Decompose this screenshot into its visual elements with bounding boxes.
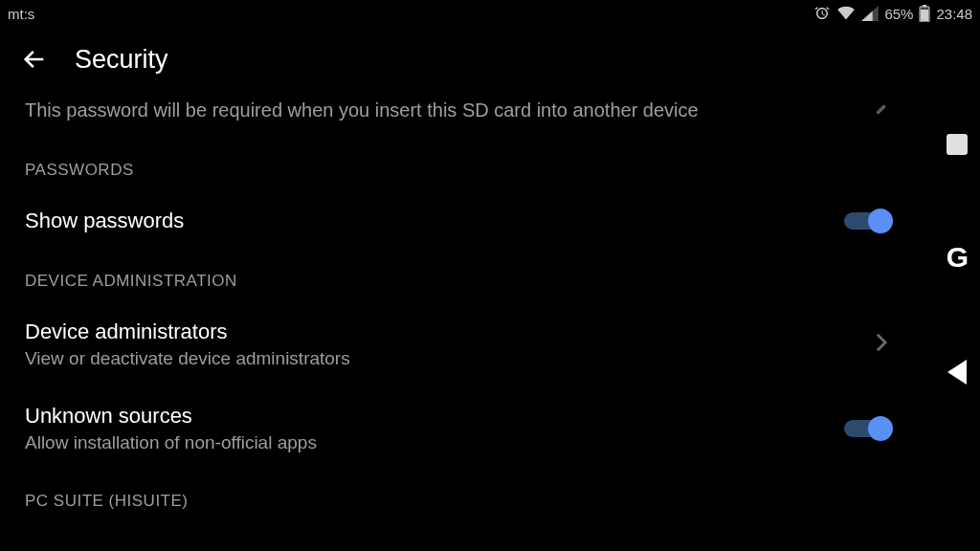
unknown-sources-row[interactable]: Unknown sources Allow installation of no… [25, 386, 894, 471]
device-administrators-row[interactable]: Device administrators View or deactivate… [25, 302, 894, 386]
unknown-sources-title: Unknown sources [25, 404, 317, 429]
show-passwords-title: Show passwords [25, 209, 184, 233]
recents-button[interactable] [947, 134, 968, 155]
show-passwords-row[interactable]: Show passwords [25, 191, 894, 251]
section-device-admin-header: DEVICE ADMINISTRATION [25, 251, 894, 302]
show-passwords-toggle[interactable] [844, 209, 890, 232]
wifi-icon [836, 6, 856, 21]
chevron-right-icon [875, 332, 894, 357]
clock-time: 23:48 [936, 6, 972, 22]
signal-icon [861, 6, 879, 21]
battery-percent: 65% [884, 6, 913, 22]
back-button[interactable] [21, 46, 48, 73]
section-passwords-header: PASSWORDS [25, 140, 894, 191]
system-nav-buttons: G [947, 134, 969, 385]
edit-icon [875, 100, 894, 120]
page-title: Security [75, 45, 168, 75]
unknown-sources-subtitle: Allow installation of non-official apps [25, 432, 317, 453]
device-admins-title: Device administrators [25, 320, 350, 344]
status-bar: mt:s 65% 23:48 [0, 0, 980, 27]
status-right: 65% 23:48 [813, 5, 972, 22]
settings-content: This password will be required when you … [0, 92, 919, 522]
battery-icon [919, 5, 930, 22]
section-pc-suite-header: PC SUITE (HISUITE) [25, 471, 894, 522]
google-button[interactable]: G [947, 241, 969, 274]
back-nav-button[interactable] [947, 360, 967, 385]
sd-card-description: This password will be required when you … [25, 98, 699, 122]
carrier-label: mt:s [8, 6, 34, 22]
app-bar: Security [0, 27, 980, 92]
alarm-icon [813, 5, 831, 22]
unknown-sources-toggle[interactable] [844, 417, 890, 440]
status-carrier: mt:s [8, 6, 34, 22]
device-admins-subtitle: View or deactivate device administrators [25, 348, 350, 369]
sd-card-password-row[interactable]: This password will be required when you … [25, 92, 894, 140]
svg-rect-2 [921, 10, 928, 21]
